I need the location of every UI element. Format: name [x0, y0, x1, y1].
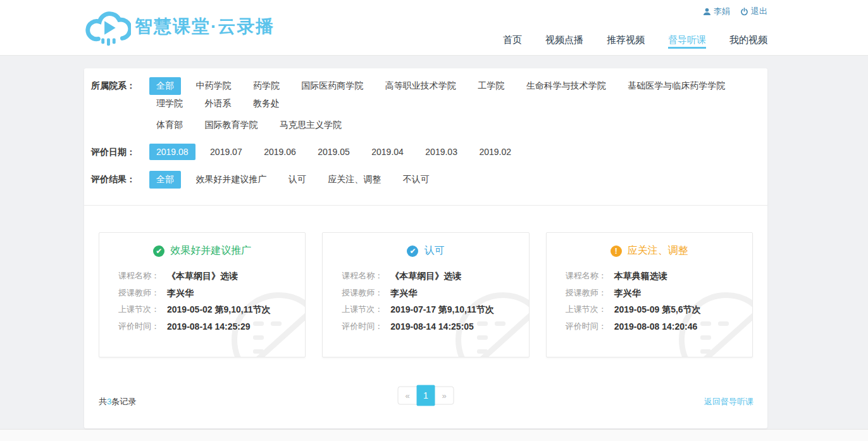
department-chip[interactable]: 理学院 [149, 95, 190, 113]
department-chip[interactable]: 高等职业技术学院 [378, 77, 463, 95]
current-user[interactable]: 李娟 [703, 6, 730, 17]
date-chip[interactable]: 2019.07 [203, 144, 249, 160]
time-value: 2019-08-14 14:25:05 [390, 318, 474, 335]
course-value: 《本草纲目》选读 [390, 268, 461, 285]
records-suffix: 条记录 [111, 397, 136, 406]
session-row: 上课节次： 2019-05-02 第9,10,11节次 [118, 301, 305, 318]
exclamation-circle-icon: ! [611, 245, 622, 257]
status-label: 认可 [424, 244, 444, 258]
nav-item-recommended[interactable]: 推荐视频 [607, 34, 645, 55]
check-circle-icon: ✔ [153, 245, 164, 257]
session-row: 上课节次： 2019-05-09 第5,6节次 [566, 301, 752, 318]
evaluation-card[interactable]: ! 应关注、调整 课程名称： 本草典籍选读 授课教师： 李兴华 上课节次： 20… [546, 232, 753, 357]
filter-row-date: 评价日期： 2019.08 2019.07 2019.06 2019.05 20… [91, 144, 760, 161]
user-name: 李娟 [714, 6, 730, 17]
card-status: ✔ 效果好并建议推广 [99, 244, 305, 258]
date-chip[interactable]: 2019.04 [364, 144, 411, 160]
department-chip-all[interactable]: 全部 [149, 77, 181, 95]
department-chip[interactable]: 工学院 [471, 77, 511, 95]
course-row: 课程名称： 《本草纲目》选读 [118, 268, 305, 285]
result-chip[interactable]: 效果好并建议推广 [189, 171, 273, 189]
time-value: 2019-08-08 14:20:46 [614, 318, 698, 335]
session-row: 上课节次： 2019-07-17 第9,10,11节次 [342, 301, 528, 318]
result-chip[interactable]: 认可 [282, 171, 313, 189]
teacher-label: 授课教师： [342, 285, 383, 302]
nav-item-home[interactable]: 首页 [503, 34, 522, 55]
department-chip[interactable]: 国际医药商学院 [294, 77, 370, 95]
result-chip[interactable]: 不认可 [396, 171, 437, 189]
teacher-label: 授课教师： [118, 285, 159, 302]
date-chip[interactable]: 2019.05 [311, 144, 357, 160]
evaluation-cards: ✔ 效果好并建议推广 课程名称： 《本草纲目》选读 授课教师： 李兴华 上课节次… [84, 206, 767, 357]
date-filter-label: 评价日期： [91, 144, 149, 161]
session-value: 2019-05-09 第5,6节次 [614, 301, 701, 318]
result-filter-label: 评价结果： [91, 171, 149, 189]
course-value: 《本草纲目》选读 [167, 268, 238, 285]
time-row: 评价时间： 2019-08-14 14:25:05 [342, 318, 528, 335]
teacher-value: 李兴华 [390, 285, 417, 302]
nav-item-supervision[interactable]: 督导听课 [668, 34, 706, 55]
card-status: ✔ 认可 [323, 244, 528, 258]
department-chip[interactable]: 生命科学与技术学院 [519, 77, 613, 95]
teacher-value: 李兴华 [167, 285, 194, 302]
evaluation-card[interactable]: ✔ 效果好并建议推广 课程名称： 《本草纲目》选读 授课教师： 李兴华 上课节次… [99, 232, 306, 357]
course-label: 课程名称： [566, 268, 607, 285]
header: 智慧课堂·云录播 李娟 退出 首页 视频点播 推荐视频 督导听课 我的视频 [0, 0, 868, 56]
time-value: 2019-08-14 14:25:29 [167, 318, 251, 335]
date-chip[interactable]: 2019.06 [257, 144, 303, 160]
session-value: 2019-07-17 第9,10,11节次 [390, 301, 493, 318]
page-1-button[interactable]: 1 [417, 385, 435, 406]
session-label: 上课节次： [566, 301, 607, 318]
teacher-value: 李兴华 [614, 285, 641, 302]
brand-logo[interactable]: 智慧课堂·云录播 [84, 6, 275, 47]
nav-item-my-videos[interactable]: 我的视频 [729, 34, 767, 55]
department-chip[interactable]: 国际教育学院 [197, 116, 264, 134]
back-to-supervision-link[interactable]: 返回督导听课 [704, 396, 753, 407]
status-label: 效果好并建议推广 [170, 244, 251, 258]
topbar: 李娟 退出 [703, 6, 767, 17]
department-chip[interactable]: 马克思主义学院 [273, 116, 349, 134]
filter-row-result: 评价结果： 全部 效果好并建议推广 认可 应关注、调整 不认可 [91, 171, 760, 189]
page-footer: Copyright © 2018 苏ICP备08016514号 技术支持：南京览… [0, 429, 868, 441]
time-label: 评价时间： [566, 318, 607, 335]
user-icon [703, 8, 711, 16]
date-chip-selected[interactable]: 2019.08 [149, 144, 195, 160]
department-chip[interactable]: 中药学院 [189, 77, 238, 95]
teacher-row: 授课教师： 李兴华 [118, 285, 305, 302]
session-label: 上课节次： [118, 301, 159, 318]
records-summary: 共3条记录 [99, 396, 136, 407]
logout-button[interactable]: 退出 [740, 6, 767, 17]
date-chip[interactable]: 2019.03 [418, 144, 464, 160]
department-filter-label: 所属院系： [91, 77, 149, 95]
next-page-button[interactable]: » [435, 387, 454, 404]
list-footer: 共3条记录 « 1 » 返回督导听课 [84, 357, 767, 428]
logout-label: 退出 [751, 6, 767, 17]
department-chip[interactable]: 教务处 [246, 95, 287, 113]
records-prefix: 共 [99, 397, 107, 406]
course-label: 课程名称： [118, 268, 159, 285]
session-label: 上课节次： [342, 301, 383, 318]
course-row: 课程名称： 《本草纲目》选读 [342, 268, 528, 285]
status-label: 应关注、调整 [628, 244, 688, 258]
department-chip[interactable]: 外语系 [197, 95, 238, 113]
time-label: 评价时间： [342, 318, 383, 335]
department-chip[interactable]: 基础医学与临床药学学院 [621, 77, 732, 95]
evaluation-card[interactable]: ✔ 认可 课程名称： 《本草纲目》选读 授课教师： 李兴华 上课节次： 2019… [322, 232, 529, 357]
teacher-row: 授课教师： 李兴华 [566, 285, 752, 302]
date-chip[interactable]: 2019.02 [472, 144, 518, 160]
course-row: 课程名称： 本草典籍选读 [566, 268, 752, 285]
session-value: 2019-05-02 第9,10,11节次 [167, 301, 270, 318]
prev-page-button[interactable]: « [399, 387, 417, 404]
department-chip[interactable]: 体育部 [149, 116, 190, 134]
result-chip-all[interactable]: 全部 [149, 171, 181, 189]
time-row: 评价时间： 2019-08-14 14:25:29 [118, 318, 305, 335]
course-label: 课程名称： [342, 268, 383, 285]
main-panel: 所属院系： 全部 中药学院 药学院 国际医药商学院 高等职业技术学院 工学院 生… [84, 68, 767, 428]
time-label: 评价时间： [118, 318, 159, 335]
brand-title: 智慧课堂·云录播 [135, 15, 275, 39]
department-chip[interactable]: 药学院 [246, 77, 287, 95]
filter-row-department: 所属院系： 全部 中药学院 药学院 国际医药商学院 高等职业技术学院 工学院 生… [91, 77, 760, 134]
teacher-row: 授课教师： 李兴华 [342, 285, 528, 302]
result-chip[interactable]: 应关注、调整 [321, 171, 388, 189]
nav-item-vod[interactable]: 视频点播 [545, 34, 583, 55]
